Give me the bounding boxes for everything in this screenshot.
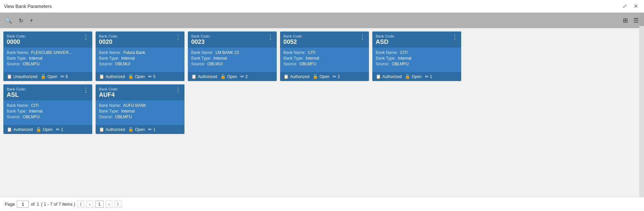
refresh-button[interactable]: ↻ (17, 17, 24, 24)
status-item[interactable]: 📋 Authorized (191, 74, 217, 79)
bank-type-label: Bank Type: (7, 109, 28, 114)
bank-name-value: CITI (400, 50, 408, 55)
card-header-text: Bank Code: 0052 (283, 34, 303, 46)
bank-type-value: Internal (214, 56, 227, 61)
edit-item[interactable]: ✏ 1 (56, 127, 63, 132)
source-value: OBLMFU (392, 62, 409, 66)
source-label: Source: (99, 115, 114, 119)
bank-name-label: Bank Name: (376, 50, 399, 55)
lock-label: Open (227, 74, 237, 79)
edit-item[interactable]: ✏ 1 (425, 74, 432, 79)
source-row: Source: OBLMFU (7, 115, 89, 119)
status-item[interactable]: 📋 Unauthorized (7, 74, 37, 79)
card-menu-button[interactable]: ⋮ (267, 34, 273, 40)
scrollbar-track[interactable] (639, 13, 644, 197)
edit-icon: ✏ (148, 127, 152, 132)
cards-row-2: Bank Code: ASL ⋮ Bank Name: CITI Bank Ty… (3, 84, 641, 134)
card-menu-button[interactable]: ⋮ (83, 34, 89, 40)
card-menu-button[interactable]: ⋮ (360, 34, 366, 40)
bank-name-row: Bank Name: CITI (7, 103, 89, 108)
source-row: Source: OBLMUI (191, 62, 273, 66)
status-icon: 📋 (191, 74, 197, 79)
status-item[interactable]: 📋 Authorized (283, 74, 309, 79)
bank-card-0023: Bank Code: 0023 ⋮ Bank Name: LM BANK 23 … (188, 31, 277, 81)
last-page-button[interactable]: ⟩ (114, 201, 121, 208)
status-icon: 📋 (283, 74, 289, 79)
bank-code-label: Bank Code: (283, 34, 303, 38)
card-header: Bank Code: ASD ⋮ (372, 31, 461, 48)
source-row: Source: OBLMUI (99, 62, 181, 66)
card-body: Bank Name: CITI Bank Type: Internal Sour… (3, 100, 92, 123)
bank-name-value: LM BANK 23 (216, 50, 239, 55)
source-value: OBLMFU (23, 115, 40, 119)
page-input[interactable] (17, 201, 29, 208)
source-row: Source: OBLMFU (283, 62, 366, 66)
edit-item[interactable]: ✏ 2 (240, 74, 248, 79)
card-header: Bank Code: 0052 ⋮ (280, 31, 369, 48)
grid-view-button[interactable]: ⊞ (622, 16, 629, 25)
edit-icon: ✏ (333, 74, 336, 79)
close-button[interactable]: ✕ (632, 2, 640, 10)
edit-count: 2 (338, 74, 340, 79)
lock-icon: 🔓 (36, 127, 41, 132)
lock-item[interactable]: 🔓 Open (128, 74, 145, 79)
edit-icon: ✏ (148, 74, 152, 79)
edit-item[interactable]: ✏ 6 (61, 74, 68, 79)
lock-item[interactable]: 🔓 Open (41, 74, 57, 79)
add-button[interactable]: + (29, 17, 34, 24)
bank-code-label: Bank Code: (191, 34, 210, 38)
edit-item[interactable]: ✏ 2 (333, 74, 340, 79)
lock-item[interactable]: 🔓 Open (220, 74, 237, 79)
card-body: Bank Name: CITI Bank Type: Internal Sour… (280, 48, 369, 70)
current-page: 1 (95, 201, 104, 208)
page-label: Page (5, 202, 15, 207)
card-menu-button[interactable]: ⋮ (452, 34, 458, 40)
pagination: Page of 1 ( 1 - 7 of 7 items ) ⟨ ‹ 1 › ⟩ (0, 197, 644, 211)
card-menu-button[interactable]: ⋮ (175, 87, 181, 93)
bank-type-row: Bank Type: Internal (99, 56, 181, 61)
bank-type-value: Internal (306, 56, 319, 61)
lock-item[interactable]: 🔓 Open (313, 74, 329, 79)
bank-code-value: 0000 (7, 39, 26, 46)
bank-type-label: Bank Type: (283, 56, 305, 61)
lock-item[interactable]: 🔓 Open (405, 74, 421, 79)
maximize-button[interactable]: ⤢ (621, 2, 629, 10)
bank-type-value: Internal (121, 109, 135, 114)
edit-item[interactable]: ✏ 5 (148, 74, 156, 79)
search-button[interactable]: 🔍 (4, 17, 13, 24)
bank-name-label: Bank Name: (191, 50, 214, 55)
lock-item[interactable]: 🔓 Open (128, 127, 145, 132)
bank-type-row: Bank Type: Internal (191, 56, 273, 61)
bank-code-label: Bank Code: (7, 87, 26, 91)
bank-name-label: Bank Name: (99, 50, 122, 55)
source-label: Source: (99, 62, 114, 66)
bank-code-label: Bank Code: (376, 34, 395, 38)
bank-code-value: 0023 (191, 39, 210, 46)
edit-count: 1 (430, 74, 432, 79)
scrollbar-thumb[interactable] (639, 13, 644, 26)
edit-item[interactable]: ✏ 1 (148, 127, 156, 132)
status-label: Authorized (106, 127, 125, 132)
bank-type-label: Bank Type: (99, 56, 120, 61)
bank-type-row: Bank Type: Internal (99, 109, 181, 114)
source-label: Source: (376, 62, 391, 66)
status-item[interactable]: 📋 Authorized (99, 127, 125, 132)
menu-button[interactable]: ☰ (632, 16, 640, 25)
bank-name-value: FLEXCUBE UNIVER... (31, 50, 72, 55)
bank-type-row: Bank Type: Internal (7, 109, 89, 114)
status-item[interactable]: 📋 Authorized (376, 74, 401, 79)
lock-label: Open (43, 127, 52, 132)
next-page-button[interactable]: › (106, 201, 112, 208)
card-menu-button[interactable]: ⋮ (175, 34, 181, 40)
status-item[interactable]: 📋 Authorized (7, 127, 33, 132)
status-item[interactable]: 📋 Authorized (99, 74, 125, 79)
lock-label: Open (47, 74, 57, 79)
prev-page-button[interactable]: ‹ (86, 201, 93, 208)
card-menu-button[interactable]: ⋮ (83, 87, 89, 93)
of-label: of (31, 202, 35, 207)
status-label: Authorized (198, 74, 217, 79)
first-page-button[interactable]: ⟨ (77, 201, 84, 208)
source-label: Source: (7, 115, 22, 119)
bank-code-value: 0020 (99, 39, 118, 46)
lock-item[interactable]: 🔓 Open (36, 127, 52, 132)
